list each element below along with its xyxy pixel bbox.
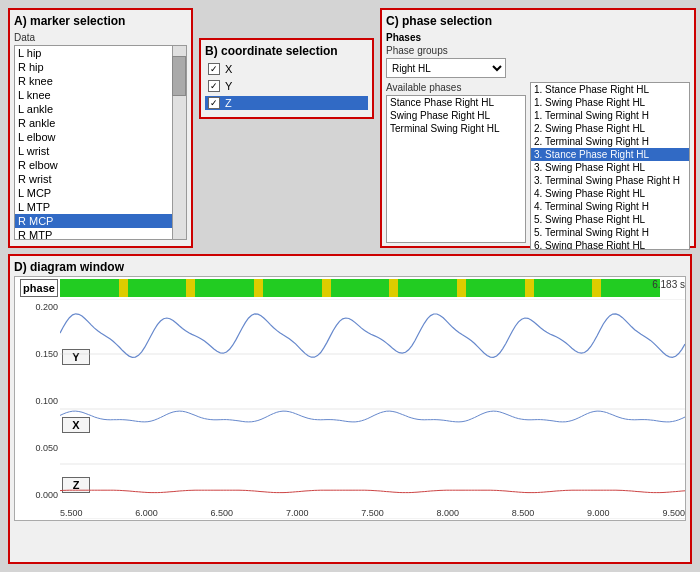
marker-list: L hipR hipR kneeL kneeL ankleR ankleL el… — [15, 46, 186, 240]
marker-list-item[interactable]: L elbow — [15, 130, 186, 144]
x-tick: 9.500 — [662, 508, 685, 518]
coord-list: ✓X✓Y✓Z — [205, 62, 368, 110]
top-row: A) marker selection Data L hipR hipR kne… — [8, 8, 692, 248]
scrollbar-track[interactable] — [172, 46, 186, 239]
panel-b: B) coordinate selection ✓X✓Y✓Z — [199, 38, 374, 119]
phase-segment — [389, 279, 398, 297]
y-tick: 0.200 — [35, 302, 58, 312]
phase-segment — [534, 279, 593, 297]
marker-list-item[interactable]: L hip — [15, 46, 186, 60]
scrollbar-thumb[interactable] — [172, 56, 186, 96]
chart-svg — [60, 299, 685, 519]
phase-list-item[interactable]: 3. Terminal Swing Phase Right H — [531, 174, 689, 187]
phase-segment — [331, 279, 390, 297]
x-tick: 7.000 — [286, 508, 309, 518]
coord-label: Y — [225, 80, 232, 92]
x-tick: 6.000 — [135, 508, 158, 518]
x-tick: 8.500 — [512, 508, 535, 518]
coord-row[interactable]: ✓Y — [205, 79, 368, 93]
marker-list-item[interactable]: R wrist — [15, 172, 186, 186]
phase-segment — [119, 279, 128, 297]
x-tick: 8.000 — [436, 508, 459, 518]
marker-list-container[interactable]: L hipR hipR kneeL kneeL ankleR ankleL el… — [14, 45, 187, 240]
panel-c-title: C) phase selection — [386, 14, 690, 28]
phase-segment — [254, 279, 263, 297]
phase-segment — [263, 279, 322, 297]
phase-segment — [466, 279, 525, 297]
avail-phase-item[interactable]: Swing Phase Right HL — [387, 109, 525, 122]
phases-list-box[interactable]: 1. Stance Phase Right HL1. Swing Phase R… — [530, 82, 690, 250]
marker-list-item[interactable]: L MTP — [15, 200, 186, 214]
phase-list-item[interactable]: 3. Stance Phase Right HL — [531, 148, 689, 161]
diagram-area: phase 6.183 s 0.2000.1500.1000.0500.000 … — [14, 276, 686, 521]
marker-list-item[interactable]: R knee — [15, 74, 186, 88]
main-container: A) marker selection Data L hipR hipR kne… — [0, 0, 700, 572]
avail-phase-item[interactable]: Stance Phase Right HL — [387, 96, 525, 109]
coord-checkbox[interactable]: ✓ — [208, 63, 220, 75]
available-phases-list[interactable]: Stance Phase Right HLSwing Phase Right H… — [386, 95, 526, 243]
phase-segment — [186, 279, 195, 297]
panel-c: C) phase selection Phases Phase groups R… — [380, 8, 696, 248]
panel-b-title: B) coordinate selection — [205, 44, 368, 58]
x-tick: 9.000 — [587, 508, 610, 518]
marker-list-item[interactable]: R ankle — [15, 116, 186, 130]
coord-row[interactable]: ✓Z — [205, 96, 368, 110]
phase-list-item[interactable]: 1. Terminal Swing Right H — [531, 109, 689, 122]
phase-segment — [592, 279, 601, 297]
marker-list-item[interactable]: L wrist — [15, 144, 186, 158]
phase-label-box: phase — [20, 279, 58, 297]
diagram-title: D) diagram window — [14, 260, 686, 274]
phase-groups-select[interactable]: Right HL — [386, 58, 506, 78]
coord-row[interactable]: ✓X — [205, 62, 368, 76]
phase-segment — [322, 279, 331, 297]
phases-list-col: 1. Stance Phase Right HL1. Swing Phase R… — [530, 82, 690, 250]
phase-list-item[interactable]: 4. Swing Phase Right HL — [531, 187, 689, 200]
coord-checkbox[interactable]: ✓ — [208, 80, 220, 92]
marker-list-item[interactable]: R hip — [15, 60, 186, 74]
coord-label: Z — [225, 97, 232, 109]
phases-heading: Phases — [386, 32, 690, 43]
phase-groups-label: Phase groups — [386, 45, 690, 56]
y-tick: 0.000 — [35, 490, 58, 500]
y-tick: 0.150 — [35, 349, 58, 359]
available-phases-col: Available phases Stance Phase Right HLSw… — [386, 82, 526, 250]
phase-segment — [457, 279, 466, 297]
x-tick: 7.500 — [361, 508, 384, 518]
phase-list-item[interactable]: 3. Swing Phase Right HL — [531, 161, 689, 174]
marker-list-item[interactable]: L MCP — [15, 186, 186, 200]
phase-list-item[interactable]: 2. Terminal Swing Right H — [531, 135, 689, 148]
avail-phase-item[interactable]: Terminal Swing Right HL — [387, 122, 525, 135]
marker-list-item[interactable]: R MCP — [15, 214, 186, 228]
phase-segment — [60, 279, 119, 297]
phase-segment — [128, 279, 187, 297]
phase-list-item[interactable]: 2. Swing Phase Right HL — [531, 122, 689, 135]
marker-list-item[interactable]: L knee — [15, 88, 186, 102]
panel-d: D) diagram window phase 6.183 s 0.2000.1… — [8, 254, 692, 564]
phase-bar — [60, 279, 660, 297]
phase-list-item[interactable]: 6. Swing Phase Right HL — [531, 239, 689, 250]
data-label: Data — [14, 32, 187, 43]
panel-a-title: A) marker selection — [14, 14, 187, 28]
coord-label: X — [225, 63, 232, 75]
coord-checkbox[interactable]: ✓ — [208, 97, 220, 109]
phase-list-item[interactable]: 5. Swing Phase Right HL — [531, 213, 689, 226]
phase-list-item[interactable]: 1. Stance Phase Right HL — [531, 83, 689, 96]
marker-list-item[interactable]: R MTP — [15, 228, 186, 240]
x-tick: 5.500 — [60, 508, 83, 518]
phase-list-item[interactable]: 4. Terminal Swing Right H — [531, 200, 689, 213]
phase-list-item[interactable]: 5. Terminal Swing Right H — [531, 226, 689, 239]
x-tick: 6.500 — [211, 508, 234, 518]
phase-segment — [195, 279, 254, 297]
phase-content: Available phases Stance Phase Right HLSw… — [386, 82, 690, 250]
marker-list-item[interactable]: R elbow — [15, 158, 186, 172]
x-axis: 5.5006.0006.5007.0007.5008.0008.5009.000… — [60, 508, 685, 518]
phase-segment — [525, 279, 534, 297]
phase-segment — [398, 279, 457, 297]
time-label: 6.183 s — [652, 279, 685, 290]
y-axis: 0.2000.1500.1000.0500.000 — [15, 302, 60, 500]
panel-a: A) marker selection Data L hipR hipR kne… — [8, 8, 193, 248]
marker-list-item[interactable]: L ankle — [15, 102, 186, 116]
y-tick: 0.100 — [35, 396, 58, 406]
available-phases-label: Available phases — [386, 82, 526, 93]
phase-list-item[interactable]: 1. Swing Phase Right HL — [531, 96, 689, 109]
